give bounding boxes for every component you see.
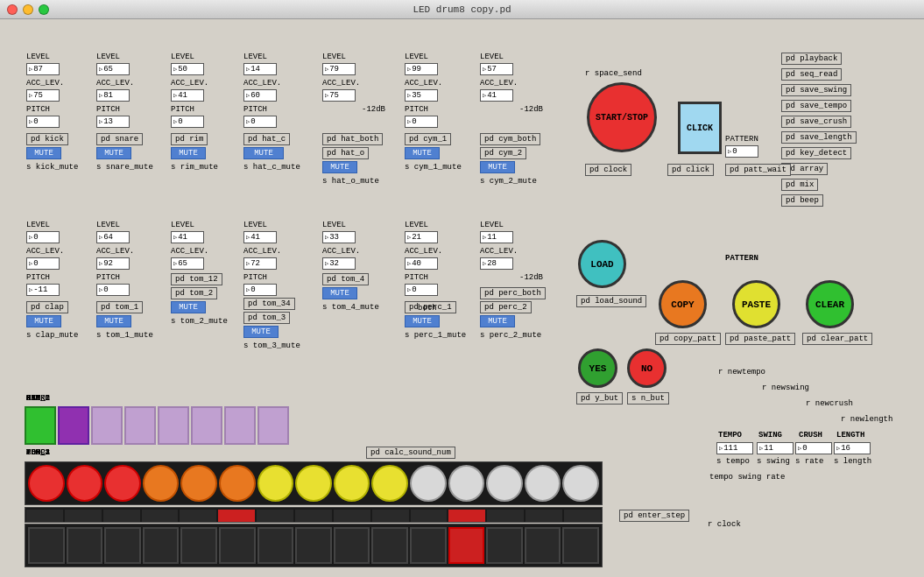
maximize-button[interactable] [39, 4, 49, 15]
tom34-btn[interactable]: pd tom_34 [243, 298, 295, 310]
kick-pd-btn[interactable]: pd kick [26, 133, 68, 145]
cym2-level-val[interactable]: 57 [480, 63, 513, 75]
tom4-pd-btn[interactable]: pd tom_4 [322, 273, 369, 285]
rim-acc-val[interactable]: 41 [171, 89, 204, 102]
rim-seq-btn[interactable] [91, 406, 123, 445]
cym1-seq-btn[interactable] [191, 406, 222, 445]
seq-cell-1[interactable] [28, 465, 65, 502]
acc-seq-btn[interactable] [257, 406, 289, 445]
seq-cell-14[interactable] [525, 465, 561, 502]
tom1-pitch-val[interactable]: 0 [96, 284, 130, 296]
bot-cell-3[interactable] [104, 527, 141, 564]
seq-cell-2[interactable] [67, 465, 103, 502]
patt-wait-btn[interactable]: pd patt_wait [725, 164, 791, 176]
hat-o-seq-btn[interactable] [158, 406, 189, 445]
bot-cell-9[interactable] [334, 527, 370, 564]
hat-o-level-val[interactable]: 79 [322, 63, 356, 75]
start-stop-button[interactable]: START/STOP [587, 82, 657, 152]
clap-pd-btn[interactable]: pd clap [26, 301, 68, 313]
kick-acc-val[interactable]: 75 [26, 89, 60, 102]
clock-btn[interactable]: pd clock [585, 164, 631, 176]
cym1-mute-btn[interactable]: MUTE [405, 147, 440, 159]
cym-both-btn[interactable]: pd cym_both [480, 133, 540, 145]
snare-level-val[interactable]: 65 [96, 63, 130, 75]
cym2-pd-btn[interactable]: pd cym_2 [480, 147, 526, 159]
n-but-btn[interactable]: s n_but [627, 392, 669, 405]
clear-patt-btn[interactable]: pd clear_patt [802, 333, 872, 345]
save-length-btn[interactable]: pd save_length [781, 131, 857, 144]
close-button[interactable] [7, 4, 18, 15]
cym2-acc-val[interactable]: 41 [480, 89, 513, 102]
clear-button[interactable]: CLEAR [806, 280, 854, 328]
tom2-level-val[interactable]: 41 [171, 231, 204, 243]
tom2-pd-btn[interactable]: pd tom_2 [171, 287, 217, 299]
seq-cell-8[interactable] [295, 465, 332, 502]
seq-cell-5[interactable] [180, 465, 217, 502]
seq-cell-6[interactable] [219, 465, 256, 502]
beep-btn[interactable]: pd beep [781, 194, 823, 207]
hat-o-mute-btn[interactable]: MUTE [322, 161, 357, 173]
seq-cell-4[interactable] [143, 465, 180, 502]
seq-cell-12[interactable] [448, 465, 485, 502]
tom3-pd-btn[interactable]: pd tom_3 [243, 312, 290, 324]
perc1-level-val[interactable]: 21 [405, 231, 438, 243]
seq-cell-13[interactable] [486, 465, 523, 502]
cym2-mute-btn[interactable]: MUTE [480, 161, 515, 173]
hat-o-btn[interactable]: pd hat_o [322, 147, 369, 159]
kick-seq-btn[interactable] [25, 406, 56, 445]
pattern-val[interactable]: 0 [725, 145, 758, 158]
tom2-acc-val[interactable]: 65 [171, 257, 204, 270]
tom1-mute-btn[interactable]: MUTE [96, 315, 131, 327]
kick-mute-btn[interactable]: MUTE [26, 147, 61, 159]
hat-c-seq-btn[interactable] [124, 406, 156, 445]
tom1-pd-btn[interactable]: pd tom_1 [96, 301, 143, 313]
perc2-pd-btn[interactable]: pd perc_2 [480, 301, 532, 313]
seq-cell-11[interactable] [410, 465, 447, 502]
perc-both-btn[interactable]: pd perc_both [480, 287, 546, 299]
clap-acc-val[interactable]: 0 [26, 257, 60, 270]
save-swing-btn[interactable]: pd save_swing [781, 84, 851, 96]
mix-btn[interactable]: pd mix [781, 179, 818, 191]
clap-pitch-val[interactable]: -11 [26, 284, 60, 296]
tom4-level-val[interactable]: 33 [322, 231, 356, 243]
crush-val[interactable]: 0 [795, 442, 832, 454]
bot-cell-12-active[interactable] [448, 527, 485, 564]
perc1-acc-val[interactable]: 40 [405, 257, 438, 270]
kick-pitch-val[interactable]: 0 [26, 116, 60, 128]
bot-cell-5[interactable] [180, 527, 217, 564]
load-button[interactable]: LOAD [578, 240, 626, 288]
yes-button[interactable]: YES [578, 348, 617, 388]
length-val[interactable]: 16 [834, 442, 871, 454]
snare-mute-btn[interactable]: MUTE [96, 147, 131, 159]
bot-cell-6[interactable] [219, 527, 256, 564]
tom1-acc-val[interactable]: 92 [96, 257, 130, 270]
save-tempo-btn[interactable]: pd save_tempo [781, 100, 851, 112]
hat-c-mute-btn[interactable]: MUTE [243, 147, 284, 159]
swing-val[interactable]: 11 [757, 442, 794, 454]
hat-o-acc-val[interactable]: 75 [322, 89, 356, 102]
tom3-acc-val[interactable]: 72 [243, 257, 277, 270]
tom3-mute-btn[interactable]: MUTE [243, 326, 279, 338]
hat-both-btn[interactable]: pd hat_both [322, 133, 383, 145]
no-button[interactable]: NO [627, 348, 667, 388]
copy-patt-btn[interactable]: pd copy_patt [655, 333, 721, 345]
snare-pd-btn[interactable]: pd snare [96, 133, 143, 145]
bot-cell-8[interactable] [295, 527, 332, 564]
bot-cell-13[interactable] [486, 527, 523, 564]
tom1-level-val[interactable]: 64 [96, 231, 130, 243]
snare-acc-val[interactable]: 81 [96, 89, 130, 102]
hat-c-level-val[interactable]: 14 [243, 63, 277, 75]
tom3-level-val[interactable]: 41 [243, 231, 277, 243]
calc-sound-btn[interactable]: pd calc_sound_num [366, 447, 455, 459]
bot-cell-4[interactable] [143, 527, 180, 564]
seq-cell-3[interactable] [104, 465, 141, 502]
paste-patt-btn[interactable]: pd paste_patt [725, 333, 795, 345]
copy-button[interactable]: COPY [659, 280, 707, 328]
cym1-pitch-val[interactable]: 0 [405, 116, 438, 128]
tom3-pitch-val[interactable]: 0 [243, 284, 277, 296]
seq-cell-15[interactable] [562, 465, 599, 502]
cym1-level-val[interactable]: 99 [405, 63, 438, 75]
bot-cell-11[interactable] [410, 527, 447, 564]
seq-cell-9[interactable] [334, 465, 370, 502]
click-button[interactable]: CLICK [678, 102, 722, 154]
